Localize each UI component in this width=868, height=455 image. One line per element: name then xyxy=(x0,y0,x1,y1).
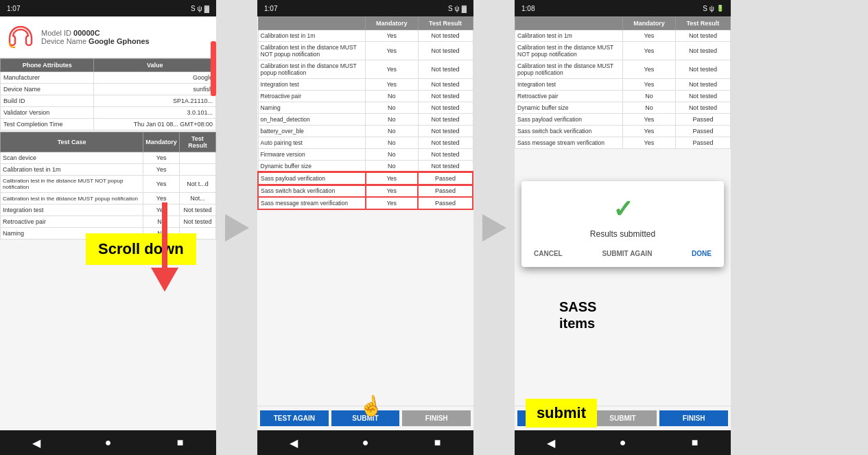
test-row: Calibration test in 1m Yes xyxy=(1,164,216,176)
value-col-header: Value xyxy=(94,59,216,72)
sass-annotation: SASSitems xyxy=(559,299,596,331)
phone-screen-2: 1:07 S ψ ▓ Mandatory Test Result xyxy=(257,0,473,455)
test-row: Calibration test in the distance MUST po… xyxy=(1,193,216,205)
back-button[interactable]: ◀ xyxy=(30,436,43,450)
battery-icon: 🔋 xyxy=(716,5,724,12)
square-button[interactable]: ■ xyxy=(174,436,187,450)
test-row: Calibration test in the distance MUST po… xyxy=(258,60,473,79)
test-name: Calibration test in the distance MUST po… xyxy=(258,60,366,79)
test-row: Integration test Yes Not tested xyxy=(258,79,473,91)
result: Not tested xyxy=(418,137,473,149)
sass-row: Sass switch back verification Yes Passed xyxy=(258,185,473,197)
result: Passed xyxy=(675,114,730,126)
test-name: Sass payload verification xyxy=(258,172,366,185)
attr-name: Device Name xyxy=(1,84,94,95)
submit-button-3[interactable]: SUBMIT xyxy=(589,410,657,426)
navbar-2: ◀ ● ■ xyxy=(257,430,473,455)
result: Not tested xyxy=(418,91,473,102)
test-row: Scan device Yes xyxy=(1,152,216,164)
mandatory-header: Mandatory xyxy=(143,132,180,152)
mandatory-val: Yes xyxy=(143,152,180,164)
test-row: Retroactive pair No Not tested xyxy=(515,91,731,102)
finish-button-3[interactable]: FINISH xyxy=(659,410,728,426)
test-table-2: Mandatory Test Result Calibration test i… xyxy=(257,16,473,210)
scroll-indicator xyxy=(211,41,216,96)
test-name: Calibration test in 1m xyxy=(1,164,143,176)
square-button[interactable]: ■ xyxy=(431,436,445,450)
modal-buttons: CANCEL SUBMIT AGAIN DONE xyxy=(528,247,717,260)
test-name: Sass message stream verification xyxy=(515,137,623,149)
test-name: Sass message stream verification xyxy=(258,197,366,209)
mandatory: No xyxy=(366,161,419,173)
signal-icon: S xyxy=(448,5,453,12)
mandatory: Yes xyxy=(623,126,676,137)
test-name: Calibration test in the distance MUST NO… xyxy=(1,176,143,193)
mandatory-header: Mandatory xyxy=(623,17,676,30)
test-again-button-2[interactable]: TEST AGAIN xyxy=(260,410,329,426)
model-label: Model ID xyxy=(41,29,71,37)
wifi-icon: ψ xyxy=(198,5,202,12)
wifi-icon: ψ xyxy=(709,5,714,12)
test-name: Naming xyxy=(258,102,366,114)
result: Not tested xyxy=(418,102,473,114)
mandatory: No xyxy=(366,91,419,102)
attr-name: Validator Version xyxy=(1,107,94,119)
test-name: on_head_detection xyxy=(258,114,366,126)
test-row: Dynamic buffer size No Not tested xyxy=(258,161,473,173)
test-row: Calibration test in the distance MUST po… xyxy=(515,60,731,79)
test-name: Calibration test in 1m xyxy=(258,30,366,42)
attributes-table: Phone Attributes Value Manufacturer Goog… xyxy=(0,58,216,130)
back-button[interactable]: ◀ xyxy=(287,436,301,450)
square-button[interactable]: ■ xyxy=(688,436,702,450)
phone-screen-3: 1:08 S ψ 🔋 Mandatory Test Result xyxy=(515,0,731,455)
result-val xyxy=(179,152,215,164)
attr-row-completion: Test Completion Time Thu Jan 01 08... GM… xyxy=(1,119,216,130)
mandatory: Yes xyxy=(366,30,419,42)
result: Not tested xyxy=(418,42,473,60)
mandatory: Yes xyxy=(366,185,419,197)
result: Passed xyxy=(418,185,473,197)
result: Not tested xyxy=(675,102,730,114)
test-name: Dynamic buffer size xyxy=(258,161,366,173)
result: Passed xyxy=(675,137,730,149)
test-name: Calibration test in the distance MUST po… xyxy=(515,60,623,79)
test-row: on_head_detection No Not tested xyxy=(258,114,473,126)
test-name: Sass payload verification xyxy=(515,114,623,126)
modal-done-button[interactable]: DONE xyxy=(686,247,717,260)
modal-cancel-button[interactable]: CANCEL xyxy=(528,247,568,260)
result: Passed xyxy=(418,172,473,185)
finish-button-2[interactable]: FINISH xyxy=(402,410,471,426)
test-row: Dynamic buffer size No Not tested xyxy=(515,102,731,114)
test-name: Calibration test in 1m xyxy=(515,30,623,42)
mandatory: Yes xyxy=(366,172,419,185)
attr-row-device-name: Device Name sunfish xyxy=(1,84,216,95)
navbar-1: ◀ ● ■ xyxy=(0,430,216,455)
right-arrow-icon xyxy=(225,214,249,242)
time-2: 1:07 xyxy=(264,5,277,12)
modal-submit-again-button[interactable]: SUBMIT AGAIN xyxy=(596,247,657,260)
home-button[interactable]: ● xyxy=(359,436,373,450)
battery-icon: ▓ xyxy=(462,5,467,12)
result: Not tested xyxy=(418,126,473,137)
test-row: Sass payload verification Yes Passed xyxy=(515,114,731,126)
test-name: Sass switch back verification xyxy=(258,185,366,197)
test-name: Sass switch back verification xyxy=(515,126,623,137)
statusbar-3: 1:08 S ψ 🔋 xyxy=(515,0,731,16)
mandatory: No xyxy=(366,102,419,114)
home-button[interactable]: ● xyxy=(102,436,115,450)
result-val xyxy=(179,164,215,176)
attr-name: Build ID xyxy=(1,95,94,107)
test-name: Retroactive pair xyxy=(1,216,143,228)
battery-icon: ▓ xyxy=(204,5,209,12)
mandatory: No xyxy=(366,149,419,161)
test-list-2[interactable]: Mandatory Test Result Calibration test i… xyxy=(257,16,473,406)
check-icon: ✓ xyxy=(528,195,717,224)
attr-val: 3.0.101... xyxy=(94,107,216,119)
status-icons-1: S ψ ▓ xyxy=(191,5,209,12)
back-button[interactable]: ◀ xyxy=(544,436,558,450)
attr-val: Thu Jan 01 08... GMT+08:00 xyxy=(94,119,216,130)
test-row: Calibration test in 1m Yes Not tested xyxy=(258,30,473,42)
mandatory: Yes xyxy=(623,42,676,60)
arrow-1 xyxy=(216,214,257,242)
home-button[interactable]: ● xyxy=(616,436,630,450)
